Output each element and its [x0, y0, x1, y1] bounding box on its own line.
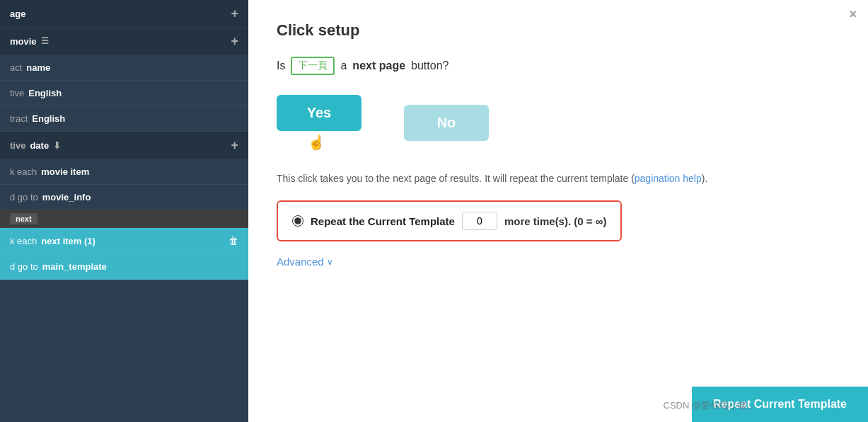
repeat-label: Repeat the Current Template [311, 215, 455, 227]
sidebar-native-english-label: tive English [10, 88, 62, 98]
click-setup-dialog: × Click setup Is 下一頁 a next page button?… [248, 0, 868, 422]
highlighted-element: 下一頁 [291, 57, 335, 75]
cursor-icon: ☝ [308, 134, 325, 151]
repeat-number-input[interactable] [462, 212, 497, 230]
advanced-section[interactable]: Advanced ∨ [277, 256, 840, 268]
sidebar-next-badge-row: next [0, 210, 248, 228]
dialog-close-button[interactable]: × [849, 7, 857, 22]
pagination-help-link[interactable]: pagination help [635, 173, 702, 184]
sidebar-age-add-button[interactable]: + [231, 7, 238, 20]
dialog-title: Click setup [277, 21, 840, 40]
yes-no-buttons: Yes ☝ No [277, 95, 840, 151]
repeat-suffix: more time(s). (0 = ∞) [504, 215, 606, 227]
sidebar-item-go-movie-info[interactable]: d go to movie_info [0, 185, 248, 210]
download-icon: ⬇ [53, 140, 61, 151]
next-badge: next [10, 213, 37, 224]
chevron-down-icon: ∨ [327, 257, 333, 267]
sidebar-item-native-date[interactable]: tive date ⬇ + [0, 132, 248, 159]
yes-button[interactable]: Yes [277, 95, 361, 131]
sidebar-extract-english-label: tract English [10, 113, 65, 124]
info-text: This click takes you to the next page of… [277, 171, 840, 186]
sidebar-item-extract-english[interactable]: tract English [0, 106, 248, 132]
watermark: CSDN @爱你哦小猪... [664, 399, 755, 412]
sidebar-item-native-english[interactable]: tive English [0, 81, 248, 106]
list-icon: ☰ [41, 36, 49, 46]
sidebar-item-each-next[interactable]: k each next item (1) 🗑 [0, 228, 248, 254]
sidebar-movie-add-button[interactable]: + [231, 35, 238, 47]
trash-icon[interactable]: 🗑 [228, 235, 238, 246]
sidebar-age-label: age [10, 8, 25, 19]
sidebar-each-movie-label: k each movie item [10, 166, 89, 177]
dialog-overlay: × Click setup Is 下一頁 a next page button?… [248, 0, 868, 422]
repeat-radio[interactable] [292, 215, 303, 227]
sidebar-item-movie[interactable]: movie ☰ + [0, 28, 248, 55]
advanced-label: Advanced [277, 256, 324, 268]
question-suffix: a [340, 59, 347, 72]
sidebar-go-main-label: d go to main_template [10, 261, 107, 272]
question-prefix: Is [277, 59, 285, 72]
sidebar-item-age[interactable]: age + [0, 0, 248, 28]
sidebar-movie-label: movie ☰ [10, 36, 49, 47]
sidebar-extract-name-label: act name [10, 62, 50, 73]
sidebar-go-movie-info-label: d go to movie_info [10, 192, 91, 203]
sidebar-item-each-movie[interactable]: k each movie item [0, 159, 248, 185]
next-page-text: next page [352, 59, 405, 72]
sidebar-native-date-add-button[interactable]: + [231, 139, 238, 152]
question-end: button? [411, 59, 449, 72]
sidebar-each-next-label: k each next item (1) [10, 236, 96, 246]
sidebar-item-extract-name[interactable]: act name [0, 55, 248, 81]
sidebar-item-go-main[interactable]: d go to main_template [0, 254, 248, 280]
no-button[interactable]: No [404, 105, 489, 141]
repeat-template-box: Repeat the Current Template more time(s)… [277, 200, 622, 241]
sidebar: age + movie ☰ + act name tive English tr… [0, 0, 248, 422]
question-row: Is 下一頁 a next page button? [277, 57, 840, 75]
sidebar-native-date-label: tive date ⬇ [10, 140, 61, 151]
